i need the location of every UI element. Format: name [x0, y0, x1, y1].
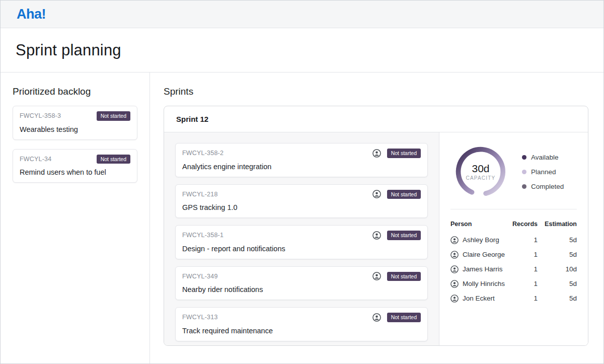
col-records-header: Records: [511, 221, 538, 228]
person-name: Molly Hinrichs: [463, 280, 505, 287]
person-icon: [450, 265, 459, 273]
capacity-row: Jon Eckert 1 5d: [450, 291, 577, 306]
legend-item: Available: [522, 154, 564, 161]
card-controls: Not started: [372, 313, 421, 322]
capacity-chart: 30d CAPACITY Available: [450, 132, 577, 209]
person-icon: [450, 295, 459, 303]
sprint-name: Sprint 12: [176, 115, 208, 123]
capacity-legend: Available Planned Completed: [522, 154, 564, 190]
assignee-icon[interactable]: [372, 231, 381, 240]
card-top: FWCYL-358-2: [182, 149, 421, 158]
record-ref: FWCYL-358-2: [182, 150, 223, 157]
backlog-heading: Prioritized backlog: [13, 86, 137, 97]
status-badge[interactable]: Not started: [387, 190, 421, 199]
sprints-panel: Sprints Sprint 12 FWCYL-358-2: [150, 72, 603, 363]
sprint-item-card[interactable]: FWCYL-358-1: [175, 225, 428, 259]
legend-label: Completed: [531, 183, 564, 190]
capacity-row: Molly Hinrichs 1 5d: [450, 276, 577, 291]
record-ref: FWCYL-358-3: [20, 112, 61, 119]
main-content: Prioritized backlog FWCYL-358-3 Not star…: [1, 72, 603, 363]
status-badge[interactable]: Not started: [387, 231, 421, 240]
backlog-card[interactable]: FWCYL-34 Not started Remind users when t…: [13, 149, 137, 183]
person-name: James Harris: [463, 265, 503, 273]
card-top: FWCYL-358-1: [182, 231, 421, 240]
legend-label: Planned: [531, 168, 556, 176]
sprint-header[interactable]: Sprint 12: [164, 106, 588, 132]
estimation-value: 5d: [538, 295, 577, 302]
sprint-items-area: FWCYL-358-2: [164, 132, 439, 345]
record-title: Remind users when to fuel: [20, 168, 130, 176]
card-controls: Not started: [372, 231, 421, 240]
legend-item: Completed: [522, 183, 564, 190]
records-value: 1: [511, 265, 538, 273]
capacity-table: Person Records Estimation: [450, 217, 577, 306]
legend-dot: [522, 170, 526, 174]
card-controls: Not started: [372, 272, 421, 281]
sprints-heading: Sprints: [164, 86, 588, 97]
record-title: Wearables testing: [20, 125, 130, 133]
capacity-center: 30d CAPACITY: [454, 144, 508, 199]
card-top: FWCYL-349: [182, 272, 421, 281]
page-title: Sprint planning: [16, 41, 121, 59]
legend-item: Planned: [522, 168, 564, 176]
aha-logo[interactable]: Aha!: [17, 7, 46, 22]
sprint-item-card[interactable]: FWCYL-358-2: [175, 143, 428, 177]
status-badge[interactable]: Not started: [97, 111, 130, 121]
record-title: Track required maintenance: [182, 327, 421, 335]
record-ref: FWCYL-34: [20, 156, 51, 163]
records-value: 1: [511, 251, 538, 258]
card-top: FWCYL-358-3 Not started: [20, 111, 130, 121]
sprint-item-card[interactable]: FWCYL-313: [175, 307, 428, 341]
capacity-row: Ashley Borg 1 5d: [450, 233, 577, 247]
status-badge[interactable]: Not started: [97, 155, 130, 164]
assignee-icon[interactable]: [372, 272, 381, 280]
record-title: Analytics engine integration: [182, 163, 421, 171]
legend-dot: [522, 155, 526, 160]
record-ref: FWCYL-358-1: [182, 232, 223, 239]
records-value: 1: [511, 280, 538, 287]
legend-label: Available: [531, 154, 559, 161]
card-top: FWCYL-34 Not started: [20, 155, 130, 164]
app-window: Aha! Sprint planning Prioritized backlog…: [0, 0, 604, 364]
status-badge[interactable]: Not started: [387, 313, 421, 322]
person-name: Jon Eckert: [463, 295, 495, 302]
assignee-icon[interactable]: [372, 149, 381, 158]
person-cell: Ashley Borg: [450, 236, 511, 244]
card-top: FWCYL-313: [182, 313, 421, 322]
status-badge[interactable]: Not started: [387, 149, 421, 158]
assignee-icon[interactable]: [372, 190, 381, 198]
person-icon: [450, 280, 459, 288]
person-cell: Jon Eckert: [450, 295, 511, 303]
col-estimation-header: Estimation: [538, 221, 577, 228]
capacity-donut: 30d CAPACITY: [454, 144, 508, 199]
card-top: FWCYL-218: [182, 190, 421, 199]
estimation-value: 5d: [538, 236, 577, 244]
status-badge[interactable]: Not started: [387, 272, 421, 281]
backlog-list: FWCYL-358-3 Not started Wearables testin…: [13, 106, 137, 183]
assignee-icon[interactable]: [372, 313, 381, 322]
estimation-value: 10d: [538, 265, 577, 273]
sprint-item-card[interactable]: FWCYL-349: [175, 266, 428, 301]
record-title: Design - report and notifications: [182, 245, 421, 253]
person-icon: [450, 236, 459, 244]
person-icon: [450, 251, 459, 259]
person-cell: Claire George: [450, 251, 511, 259]
person-name: Ashley Borg: [463, 236, 499, 244]
capacity-table-header: Person Records Estimation: [450, 217, 577, 231]
backlog-panel: Prioritized backlog FWCYL-358-3 Not star…: [1, 72, 150, 363]
card-controls: Not started: [372, 190, 421, 199]
sprint-item-card[interactable]: FWCYL-218: [175, 184, 428, 219]
estimation-value: 5d: [538, 280, 577, 287]
capacity-row: James Harris 1 10d: [450, 262, 577, 276]
record-ref: FWCYL-313: [182, 314, 218, 321]
col-person-header: Person: [450, 221, 511, 228]
record-title: GPS tracking 1.0: [182, 203, 421, 211]
record-ref: FWCYL-349: [182, 273, 218, 280]
record-title: Nearby rider notifications: [182, 285, 421, 294]
records-value: 1: [511, 295, 538, 302]
backlog-card[interactable]: FWCYL-358-3 Not started Wearables testin…: [13, 106, 137, 140]
records-value: 1: [511, 236, 538, 244]
capacity-row: Claire George 1 5d: [450, 247, 577, 262]
legend-dot: [522, 184, 526, 189]
topbar: Aha!: [1, 1, 603, 28]
